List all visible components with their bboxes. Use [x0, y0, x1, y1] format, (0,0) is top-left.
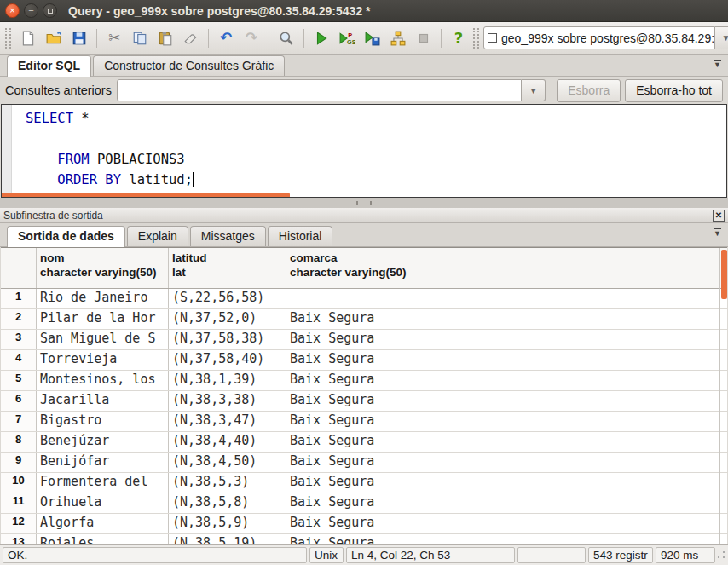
- tab-historial[interactable]: Historial: [268, 226, 333, 246]
- connection-dropdown-button[interactable]: ▼: [715, 26, 728, 49]
- row-number-cell[interactable]: 1: [1, 289, 37, 308]
- cell-nom[interactable]: Montesinos, los: [37, 371, 169, 390]
- row-number-cell[interactable]: 10: [1, 473, 37, 493]
- cell-latitud[interactable]: (N,38,5,9): [169, 514, 286, 533]
- execute-to-file-icon[interactable]: [361, 26, 384, 50]
- cell-comarca[interactable]: Baix Segura: [286, 493, 419, 513]
- execute-pgscript-icon[interactable]: PGS: [335, 26, 359, 50]
- row-number-cell[interactable]: 4: [1, 350, 37, 370]
- row-number-cell[interactable]: 11: [1, 493, 37, 513]
- row-number-cell[interactable]: 12: [1, 514, 37, 533]
- cell-nom[interactable]: Benejúzar: [37, 432, 169, 452]
- cell-comarca[interactable]: Baix Segura: [286, 309, 419, 329]
- cell-nom[interactable]: Orihuela: [37, 493, 169, 513]
- cell-comarca[interactable]: Baix Segura: [286, 514, 419, 533]
- save-icon[interactable]: [67, 26, 91, 50]
- cell-latitud[interactable]: (N,37,58,40): [169, 350, 286, 370]
- open-file-icon[interactable]: [42, 26, 66, 50]
- cell-comarca[interactable]: Baix Segura: [286, 330, 419, 349]
- paste-icon[interactable]: [153, 26, 177, 50]
- cell-nom[interactable]: Bigastro: [37, 412, 169, 431]
- clear-button[interactable]: Esborra: [557, 79, 621, 102]
- row-number-cell[interactable]: 2: [1, 309, 37, 329]
- grid-corner-cell[interactable]: [1, 248, 37, 288]
- cell-comarca[interactable]: Baix Segura: [286, 412, 419, 431]
- row-number-cell[interactable]: 9: [1, 453, 37, 472]
- column-header-latitud[interactable]: latitudlat: [169, 248, 286, 288]
- copy-icon[interactable]: [128, 26, 152, 50]
- window-close-button[interactable]: ×: [5, 3, 20, 18]
- cell-comarca[interactable]: Baix Segura: [286, 350, 419, 370]
- cell-comarca[interactable]: Baix Segura: [286, 453, 419, 472]
- explain-query-icon[interactable]: [386, 26, 410, 50]
- new-query-icon[interactable]: [16, 26, 40, 50]
- tab-missatges[interactable]: Missatges: [190, 226, 266, 246]
- cell-latitud[interactable]: (N,38,3,38): [169, 391, 286, 411]
- cell-nom[interactable]: San Miguel de S: [37, 330, 169, 349]
- cell-latitud[interactable]: (N,38,4,50): [169, 453, 286, 472]
- editor-tablist-dropdown-icon[interactable]: ▼: [714, 60, 721, 69]
- toolbar-grip[interactable]: [5, 28, 11, 49]
- row-number-cell[interactable]: 7: [1, 412, 37, 431]
- row-number-cell[interactable]: 3: [1, 330, 37, 349]
- row-number-cell[interactable]: 13: [1, 534, 37, 544]
- cut-icon[interactable]: ✂: [102, 26, 126, 50]
- cell-latitud[interactable]: (N,38,5,8): [169, 493, 286, 513]
- sql-editor[interactable]: SELECT * FROM POBLACIONS3 ORDER BY latit…: [1, 104, 727, 198]
- resize-grip[interactable]: [717, 551, 725, 559]
- pane-splitter[interactable]: [0, 198, 728, 208]
- connection-toolbar-grip[interactable]: [473, 28, 479, 49]
- cell-nom[interactable]: Torrevieja: [37, 350, 169, 370]
- cell-comarca[interactable]: Baix Segura: [286, 391, 419, 411]
- cell-comarca[interactable]: [286, 289, 419, 308]
- window-minimize-button[interactable]: −: [24, 3, 38, 18]
- editor-horizontal-scrollbar[interactable]: [2, 193, 290, 197]
- previous-queries-combobox[interactable]: [117, 79, 522, 101]
- tab-explain[interactable]: Explain: [127, 226, 188, 246]
- row-number-cell[interactable]: 8: [1, 432, 37, 452]
- execute-query-icon[interactable]: [309, 26, 333, 50]
- row-number-cell[interactable]: 5: [1, 371, 37, 390]
- row-number-cell[interactable]: 6: [1, 391, 37, 411]
- cell-comarca[interactable]: Baix Segura: [286, 534, 419, 544]
- cell-nom[interactable]: Algorfa: [37, 514, 169, 533]
- cell-latitud[interactable]: (N,37,58,38): [169, 330, 286, 349]
- cell-latitud[interactable]: (N,38,5,3): [169, 473, 286, 493]
- cell-comarca[interactable]: Baix Segura: [286, 432, 419, 452]
- help-icon[interactable]: ?: [447, 26, 471, 50]
- output-tablist-dropdown-icon[interactable]: ▼: [714, 228, 721, 238]
- cell-latitud[interactable]: (N,38,5,19): [169, 534, 286, 544]
- output-panel-close-icon[interactable]: ✕: [713, 210, 725, 222]
- tab-constructor-de-consultes-gr-fic[interactable]: Constructor de Consultes Gràfic: [93, 55, 285, 76]
- clear-all-button[interactable]: Esborra-ho tot: [625, 79, 723, 102]
- cancel-query-icon[interactable]: [412, 26, 436, 50]
- column-header-comarca[interactable]: comarcacharacter varying(50): [286, 248, 419, 288]
- cell-latitud[interactable]: (N,38,3,47): [169, 412, 286, 431]
- cell-nom[interactable]: Jacarilla: [37, 391, 169, 411]
- cell-nom[interactable]: Benijófar: [37, 453, 169, 472]
- window-maximize-button[interactable]: [43, 3, 57, 18]
- cell-nom[interactable]: Pilar de la Hor: [37, 309, 169, 329]
- connection-checkbox-icon: [488, 33, 497, 43]
- redo-icon[interactable]: ↷: [240, 26, 263, 50]
- window-title: Query - geo_999x sobre postgres@80.35.84…: [68, 4, 371, 18]
- cell-comarca[interactable]: Baix Segura: [286, 473, 419, 493]
- cell-latitud[interactable]: (S,22,56,58): [169, 289, 286, 308]
- cell-nom[interactable]: Formentera del: [37, 473, 169, 493]
- cell-latitud[interactable]: (N,37,52,0): [169, 309, 286, 329]
- sql-code[interactable]: SELECT * FROM POBLACIONS3 ORDER BY latit…: [12, 105, 194, 197]
- cell-comarca[interactable]: Baix Segura: [286, 371, 419, 390]
- connection-combobox[interactable]: geo_999x sobre postgres@80.35.84.29:5432: [483, 26, 715, 49]
- grid-vertical-scrollbar[interactable]: [721, 250, 727, 299]
- cell-latitud[interactable]: (N,38,1,39): [169, 371, 286, 390]
- tab-sortida-de-dades[interactable]: Sortida de dades: [7, 226, 125, 247]
- find-icon[interactable]: [274, 26, 298, 50]
- cell-latitud[interactable]: (N,38,4,40): [169, 432, 286, 452]
- tab-editor-sql[interactable]: Editor SQL: [7, 55, 91, 77]
- column-header-nom[interactable]: nomcharacter varying(50): [37, 248, 169, 288]
- previous-queries-dropdown-button[interactable]: ▼: [522, 79, 546, 101]
- clear-edit-icon[interactable]: [179, 26, 203, 50]
- cell-nom[interactable]: Rojales: [37, 534, 169, 544]
- undo-icon[interactable]: ↶: [214, 26, 238, 50]
- cell-nom[interactable]: Rio de Janeiro: [37, 289, 169, 308]
